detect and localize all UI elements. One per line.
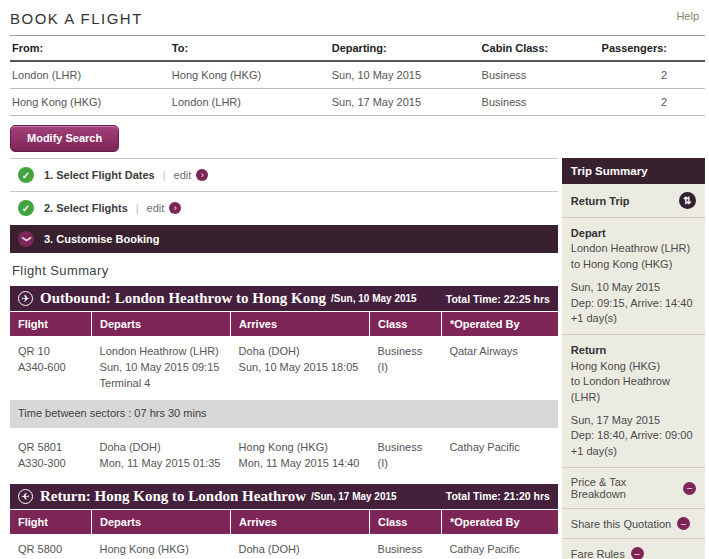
return-route-line2: to London Heathrow (LHR)	[571, 374, 696, 405]
return-trip-icon: ⇅	[679, 192, 696, 209]
from-value: London (LHR)	[10, 61, 170, 89]
main-column: Modify Search ✓ 1. Select Flight Dates |…	[10, 125, 558, 559]
table-row: London (LHR) Hong Kong (HKG) Sun, 10 May…	[10, 61, 705, 89]
search-summary-header-row: From: To: Departing: Cabin Class: Passen…	[10, 36, 705, 62]
price-tax-breakdown-link[interactable]: Price & Tax Breakdown –	[562, 468, 705, 509]
departs-cell: Doha (DOH)Mon, 11 May 2015 01:35	[92, 430, 231, 476]
trip-summary-title: Trip Summary	[562, 158, 705, 184]
segment-total-time: Total Time: 22:25 hrs	[446, 293, 550, 305]
col-departing: Departing:	[330, 36, 480, 62]
edit-arrow-icon[interactable]: ›	[169, 202, 181, 214]
edit-link[interactable]: edit	[174, 169, 192, 181]
segment-total-time: Total Time: 21:20 hrs	[446, 490, 550, 502]
plane-return-icon: ✈	[18, 489, 33, 504]
trip-type-row: Return Trip ⇅	[562, 184, 705, 218]
return-times: Dep: 18:40, Arrive: 09:00	[571, 428, 696, 443]
booking-page: BOOK A FLIGHT Help From: To: Departing: …	[0, 0, 709, 559]
depart-times: Dep: 09:15, Arrive: 14:40	[571, 296, 696, 311]
layover-text: Time between sectors : 07 hrs 30 mins	[10, 398, 558, 430]
step-label: 2. Select Flights	[44, 202, 128, 214]
col-passengers: Passengers:	[600, 36, 705, 62]
segment-title: Outbound: London Heathrow to Hong Kong	[40, 290, 326, 307]
return-summary: Return Hong Kong (HKG) to London Heathro…	[562, 335, 705, 468]
operated-by-cell: Qatar Airways	[441, 336, 557, 398]
step-divider: |	[136, 202, 139, 214]
table-row: QR 10A340-600 London Heathrow (LHR)Sun, …	[10, 336, 558, 398]
col-from: From:	[10, 36, 170, 62]
flights-header-row: Flight Departs Arrives Class *Operated B…	[10, 509, 558, 534]
modify-search-button[interactable]: Modify Search	[10, 125, 119, 152]
check-icon: ✓	[18, 200, 34, 216]
depart-summary: Depart London Heathrow (LHR) to Hong Kon…	[562, 218, 705, 335]
return-extra-days: +1 day(s)	[571, 444, 696, 459]
outbound-flights-table: Flight Departs Arrives Class *Operated B…	[10, 311, 558, 476]
step-divider: |	[163, 169, 166, 181]
departing-value: Sun, 17 May 2015	[330, 89, 480, 116]
return-label: Return	[571, 344, 606, 356]
step-label: 1. Select Flight Dates	[44, 169, 155, 181]
plane-outbound-icon: ✈	[18, 291, 33, 306]
share-quotation-link[interactable]: Share this Quotation –	[562, 509, 705, 539]
flights-header-row: Flight Departs Arrives Class *Operated B…	[10, 312, 558, 337]
segment-date: /Sun, 17 May 2015	[311, 491, 397, 502]
layover-row: Time between sectors : 07 hrs 30 mins	[10, 398, 558, 430]
to-value: Hong Kong (HKG)	[170, 61, 330, 89]
step-select-flights[interactable]: ✓ 2. Select Flights | edit ›	[10, 191, 558, 224]
fare-rules-link[interactable]: Fare Rules –	[562, 539, 705, 559]
cabin-value: Business	[480, 89, 600, 116]
table-row: QR 5800A330-300 Hong Kong (HKG)Sun, 17 M…	[10, 534, 558, 559]
operated-by-cell: Cathay Pacific	[441, 430, 557, 476]
col-to: To:	[170, 36, 330, 62]
page-title: BOOK A FLIGHT	[10, 6, 143, 27]
flight-cell: QR 5800A330-300	[10, 534, 92, 559]
return-segment: ✈ Return: Hong Kong to London Heathrow /…	[10, 484, 558, 559]
class-cell: Business (I)	[370, 534, 442, 559]
col-class: Class	[370, 509, 442, 534]
expand-icon: –	[631, 547, 644, 559]
depart-extra-days: +1 day(s)	[571, 311, 696, 326]
search-summary-table: From: To: Departing: Cabin Class: Passen…	[10, 35, 705, 116]
top-bar: BOOK A FLIGHT Help	[10, 6, 705, 27]
col-operated-by: *Operated By	[441, 509, 557, 534]
return-route-line1: Hong Kong (HKG)	[571, 359, 696, 374]
col-flight: Flight	[10, 312, 92, 337]
return-header-bar: ✈ Return: Hong Kong to London Heathrow /…	[10, 484, 558, 509]
arrives-cell: Doha (DOH)Sun, 17 May 2015 23:00	[231, 534, 370, 559]
edit-link[interactable]: edit	[147, 202, 165, 214]
departing-value: Sun, 10 May 2015	[330, 61, 480, 89]
help-link[interactable]: Help	[676, 6, 699, 22]
from-value: Hong Kong (HKG)	[10, 89, 170, 116]
col-cabin-class: Cabin Class:	[480, 36, 600, 62]
col-departs: Departs	[92, 312, 231, 337]
link-label: Share this Quotation	[571, 518, 671, 530]
edit-arrow-icon[interactable]: ›	[196, 169, 208, 181]
to-value: London (LHR)	[170, 89, 330, 116]
flight-summary-title: Flight Summary	[12, 263, 558, 278]
step-customise-booking[interactable]: ❮ 3. Customise Booking	[10, 225, 558, 253]
arrives-cell: Doha (DOH)Sun, 10 May 2015 18:05	[231, 336, 370, 398]
chevron-down-icon: ❮	[18, 231, 34, 247]
trip-summary-sidebar: Trip Summary Return Trip ⇅ Depart London…	[562, 158, 705, 559]
flight-cell: QR 10A340-600	[10, 336, 92, 398]
departs-cell: Hong Kong (HKG)Sun, 17 May 2015 18:40Ter…	[92, 534, 231, 559]
link-label: Price & Tax Breakdown	[571, 476, 677, 500]
step-label: 3. Customise Booking	[44, 233, 160, 245]
depart-route-line1: London Heathrow (LHR)	[571, 241, 696, 256]
depart-label: Depart	[571, 227, 606, 239]
return-flights-table: Flight Departs Arrives Class *Operated B…	[10, 509, 558, 559]
class-cell: Business (I)	[370, 430, 442, 476]
segment-date: /Sun, 10 May 2015	[331, 293, 417, 304]
step-select-flight-dates[interactable]: ✓ 1. Select Flight Dates | edit ›	[10, 158, 558, 191]
outbound-header-bar: ✈ Outbound: London Heathrow to Hong Kong…	[10, 286, 558, 311]
arrives-cell: Hong Kong (HKG)Mon, 11 May 2015 14:40	[231, 430, 370, 476]
col-departs: Departs	[92, 509, 231, 534]
col-operated-by: *Operated By	[441, 312, 557, 337]
col-arrives: Arrives	[231, 312, 370, 337]
departs-cell: London Heathrow (LHR)Sun, 10 May 2015 09…	[92, 336, 231, 398]
passengers-value: 2	[600, 89, 705, 116]
outbound-segment: ✈ Outbound: London Heathrow to Hong Kong…	[10, 286, 558, 476]
col-class: Class	[370, 312, 442, 337]
segment-title: Return: Hong Kong to London Heathrow	[40, 488, 306, 505]
expand-icon: –	[683, 482, 696, 495]
col-flight: Flight	[10, 509, 92, 534]
